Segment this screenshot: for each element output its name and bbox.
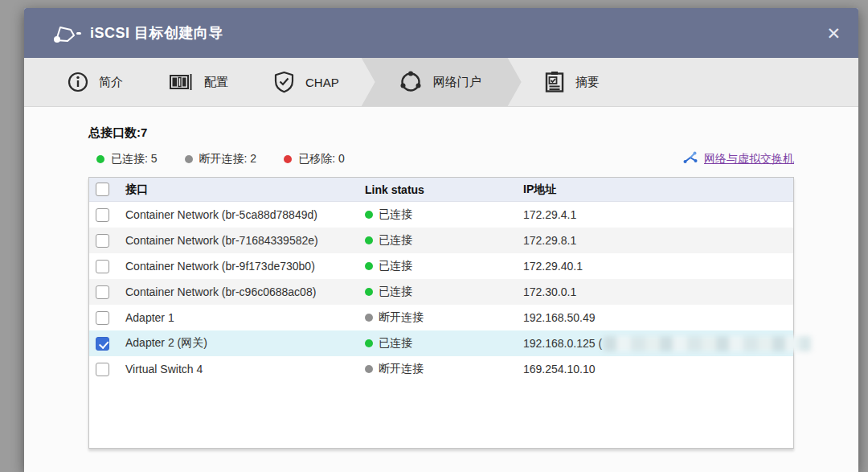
ip-cell: 172.29.4.1 xyxy=(523,208,793,221)
network-virtual-switch-link[interactable]: 网络与虚拟交换机 xyxy=(683,151,794,167)
row-checkbox[interactable] xyxy=(96,260,109,273)
ip-cell: 192.168.50.49 xyxy=(523,311,793,324)
table-row[interactable]: Virtual Switch 4断开连接169.254.10.10 xyxy=(89,356,793,382)
checkbox-cell xyxy=(96,234,125,248)
ip-cell: 172.29.8.1 xyxy=(523,234,793,247)
table-body: Container Network (br-5ca88d78849d)已连接17… xyxy=(89,202,793,382)
ip-cell: 172.30.0.1 xyxy=(523,285,793,298)
status-dot-connected xyxy=(365,262,373,270)
column-header-interface: 接口 xyxy=(125,183,365,197)
ip-address: 169.254.10.10 xyxy=(523,363,596,376)
row-checkbox[interactable] xyxy=(96,234,109,248)
link-status-cell: 已连接 xyxy=(365,259,523,273)
close-icon[interactable]: ✕ xyxy=(826,25,841,42)
row-checkbox[interactable] xyxy=(96,311,109,325)
info-icon xyxy=(68,72,88,92)
table-row[interactable]: Adapter 1断开连接192.168.50.49 xyxy=(89,305,793,330)
iscsi-target-icon xyxy=(50,22,82,44)
wizard-step-1[interactable]: 简介 xyxy=(45,58,145,106)
row-checkbox[interactable] xyxy=(96,285,109,299)
interface-name: Adapter 1 xyxy=(125,311,365,324)
table-row[interactable]: Container Network (br-71684339582e)已连接17… xyxy=(89,228,793,253)
interface-name: Virtual Switch 4 xyxy=(125,363,365,376)
link-status-cell: 已连接 xyxy=(365,336,523,351)
network-portal-icon xyxy=(399,70,423,94)
legend-row: 已连接: 5断开连接: 2已移除: 0 网络与虚拟交换机 xyxy=(88,151,794,167)
interface-name: Container Network (br-5ca88d78849d) xyxy=(125,208,365,221)
ip-address: 172.29.40.1 xyxy=(523,260,583,273)
interface-name: Container Network (br-71684339582e) xyxy=(125,234,365,247)
legend-item-disconnected: 断开连接: 2 xyxy=(185,152,257,166)
step-label: CHAP xyxy=(305,76,339,89)
status-label: 已连接 xyxy=(379,233,412,248)
row-checkbox[interactable] xyxy=(96,208,109,222)
legend-label: 已连接: 5 xyxy=(111,152,158,166)
link-status-cell: 已连接 xyxy=(365,233,523,248)
wizard-step-3[interactable]: CHAP xyxy=(251,58,362,106)
wizard-step-5[interactable]: 摘要 xyxy=(522,58,622,106)
ip-address: 172.29.8.1 xyxy=(523,234,576,247)
total-interfaces-label: 总接口数:7 xyxy=(88,125,794,141)
portal-table: 接口 Link status IP地址 Container Network (b… xyxy=(88,177,794,449)
status-label: 已连接 xyxy=(379,336,412,351)
table-row[interactable]: Container Network (br-9f173de730b0)已连接17… xyxy=(89,253,793,279)
row-checkbox[interactable] xyxy=(96,363,109,376)
ip-address: 172.30.0.1 xyxy=(523,285,576,298)
ip-cell: 192.168.0.125 ( xyxy=(523,336,811,351)
checkbox-cell xyxy=(96,363,125,376)
iscsi-wizard-dialog: iSCSI 目标创建向导 ✕ 简介配置CHAP网络门户摘要 总接口数:7 已连接… xyxy=(24,8,858,472)
status-dot-connected xyxy=(365,339,373,347)
legend-item-removed: 已移除: 0 xyxy=(284,152,345,166)
legend-dot-connected xyxy=(96,155,104,163)
ip-address: 172.29.4.1 xyxy=(523,208,576,221)
step-label: 网络门户 xyxy=(433,75,481,90)
select-all-checkbox[interactable] xyxy=(96,183,109,196)
ip-address: 192.168.50.49 xyxy=(523,311,596,324)
link-status-cell: 断开连接 xyxy=(365,310,523,325)
status-label: 断开连接 xyxy=(379,362,424,376)
table-row[interactable]: Container Network (br-5ca88d78849d)已连接17… xyxy=(89,202,793,228)
ip-address: 192.168.0.125 ( xyxy=(523,337,602,350)
column-header-link-status: Link status xyxy=(365,183,523,196)
wizard-step-2[interactable]: 配置 xyxy=(145,58,251,106)
checkbox-cell xyxy=(96,337,125,351)
status-dot-connected xyxy=(365,236,373,244)
step-label: 摘要 xyxy=(575,75,600,90)
lun-config-icon xyxy=(168,72,194,92)
status-legend: 已连接: 5断开连接: 2已移除: 0 xyxy=(96,152,345,166)
status-dot-disconnected xyxy=(365,314,373,322)
interface-name: Adapter 2 (网关) xyxy=(125,336,365,351)
status-label: 已连接 xyxy=(379,207,412,222)
titlebar: iSCSI 目标创建向导 ✕ xyxy=(24,8,858,58)
status-dot-connected xyxy=(365,288,373,296)
status-dot-disconnected xyxy=(365,365,373,373)
row-checkbox-checked[interactable] xyxy=(96,337,109,351)
status-label: 已连接 xyxy=(379,285,412,299)
interface-name: Container Network (br-c96c0688ac08) xyxy=(125,285,365,298)
legend-dot-disconnected xyxy=(185,155,193,163)
legend-dot-removed xyxy=(284,155,292,163)
link-status-cell: 已连接 xyxy=(365,285,523,299)
wizard-step-4-active[interactable]: 网络门户 xyxy=(362,58,522,106)
summary-clipboard-icon xyxy=(544,71,565,93)
legend-label: 断开连接: 2 xyxy=(199,152,257,166)
redacted-blur xyxy=(604,336,811,351)
shield-check-icon xyxy=(273,71,295,93)
step-label: 简介 xyxy=(99,75,123,90)
ip-cell: 169.254.10.10 xyxy=(523,363,793,376)
table-row[interactable]: Adapter 2 (网关)已连接192.168.0.125 ( xyxy=(89,330,793,356)
portal-page: 总接口数:7 已连接: 5断开连接: 2已移除: 0 网络与虚拟交换机 xyxy=(24,125,858,449)
checkbox-cell xyxy=(96,260,125,273)
legend-label: 已移除: 0 xyxy=(298,152,345,166)
status-label: 断开连接 xyxy=(379,310,424,325)
checkbox-cell xyxy=(96,311,125,325)
checkbox-cell xyxy=(96,285,125,299)
status-dot-connected xyxy=(365,211,373,219)
column-header-ip: IP地址 xyxy=(523,183,793,197)
table-row[interactable]: Container Network (br-c96c0688ac08)已连接17… xyxy=(89,279,793,305)
link-status-cell: 已连接 xyxy=(365,207,523,222)
interface-name: Container Network (br-9f173de730b0) xyxy=(125,260,365,273)
link-label[interactable]: 网络与虚拟交换机 xyxy=(704,152,794,166)
dialog-title: iSCSI 目标创建向导 xyxy=(90,23,223,43)
checkbox-cell xyxy=(96,208,125,222)
